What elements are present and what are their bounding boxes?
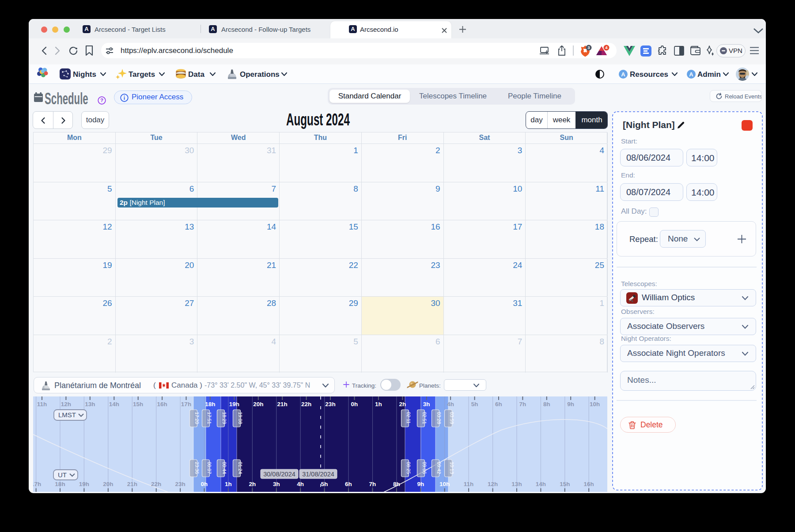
svg-text:20h: 20h: [103, 481, 113, 487]
svg-text:22h: 22h: [151, 481, 161, 487]
svg-text:1h: 1h: [375, 401, 382, 407]
svg-text:16h: 16h: [584, 481, 594, 487]
svg-text:17h: 17h: [33, 481, 41, 487]
svg-text:17:51: 17:51: [207, 412, 212, 424]
svg-text:2h: 2h: [399, 401, 406, 407]
svg-text:14h: 14h: [109, 401, 119, 407]
svg-text:23:36: 23:36: [194, 462, 200, 474]
svg-text:8h: 8h: [543, 401, 550, 407]
svg-text:23h: 23h: [175, 481, 185, 487]
svg-text:03:28: 03:28: [436, 412, 442, 424]
svg-text:11h: 11h: [37, 401, 47, 407]
svg-text:12h: 12h: [488, 481, 498, 487]
svg-text:10h: 10h: [439, 481, 450, 487]
svg-text:22h: 22h: [301, 401, 311, 407]
svg-text:6h: 6h: [495, 401, 502, 407]
svg-text:13h: 13h: [511, 481, 522, 487]
svg-text:31/08/2024: 31/08/2024: [302, 471, 334, 478]
svg-text:8h: 8h: [393, 481, 400, 487]
svg-text:12h: 12h: [61, 401, 71, 407]
svg-text:00:44: 00:44: [222, 462, 227, 474]
svg-text:09:42: 09:42: [436, 462, 442, 474]
svg-text:09:06: 09:06: [422, 462, 427, 474]
svg-text:0h: 0h: [351, 401, 358, 407]
svg-text:19h: 19h: [229, 401, 239, 407]
svg-text:02:51: 02:51: [422, 412, 427, 424]
svg-text:18:29: 18:29: [222, 412, 227, 424]
svg-text:19h: 19h: [79, 481, 89, 487]
svg-text:14h: 14h: [536, 481, 546, 487]
svg-text:UT: UT: [58, 471, 67, 479]
svg-text:5h: 5h: [321, 481, 328, 487]
svg-text:19:08: 19:08: [238, 412, 243, 424]
svg-text:18h: 18h: [205, 401, 215, 407]
svg-text:0h: 0h: [201, 481, 208, 487]
svg-text:15h: 15h: [560, 481, 570, 487]
svg-text:2h: 2h: [249, 481, 256, 487]
svg-text:30/08/2024: 30/08/2024: [263, 471, 295, 478]
svg-text:1h: 1h: [225, 481, 232, 487]
svg-text:3h: 3h: [273, 481, 280, 487]
svg-text:21h: 21h: [277, 401, 288, 407]
svg-text:10h: 10h: [590, 401, 600, 407]
svg-text:7h: 7h: [519, 401, 526, 407]
svg-text:17:20: 17:20: [194, 412, 200, 424]
svg-text:?: ?: [100, 98, 103, 103]
svg-text:6h: 6h: [345, 481, 352, 487]
svg-text:9h: 9h: [417, 481, 424, 487]
svg-text:18h: 18h: [55, 481, 65, 487]
svg-text:03:59: 03:59: [449, 412, 454, 424]
svg-text:21h: 21h: [127, 481, 137, 487]
svg-text:02:11: 02:11: [406, 412, 411, 424]
svg-text:10:13: 10:13: [449, 462, 454, 474]
svg-text:20h: 20h: [253, 401, 263, 407]
svg-text:3h: 3h: [423, 401, 430, 407]
svg-text:00:07: 00:07: [207, 462, 212, 474]
svg-text:23h: 23h: [325, 401, 335, 407]
svg-text:7h: 7h: [369, 481, 376, 487]
svg-text:11h: 11h: [464, 481, 474, 487]
svg-text:15h: 15h: [133, 401, 143, 407]
svg-text:LMST: LMST: [58, 411, 76, 419]
svg-text:08:25: 08:25: [406, 462, 411, 474]
svg-text:4h: 4h: [447, 401, 454, 407]
svg-text:01:24: 01:24: [238, 462, 243, 474]
svg-text:9h: 9h: [567, 401, 574, 407]
svg-text:5h: 5h: [471, 401, 478, 407]
svg-text:13h: 13h: [85, 401, 95, 407]
svg-text:16h: 16h: [157, 401, 167, 407]
svg-text:4h: 4h: [297, 481, 304, 487]
svg-text:17h: 17h: [181, 401, 191, 407]
